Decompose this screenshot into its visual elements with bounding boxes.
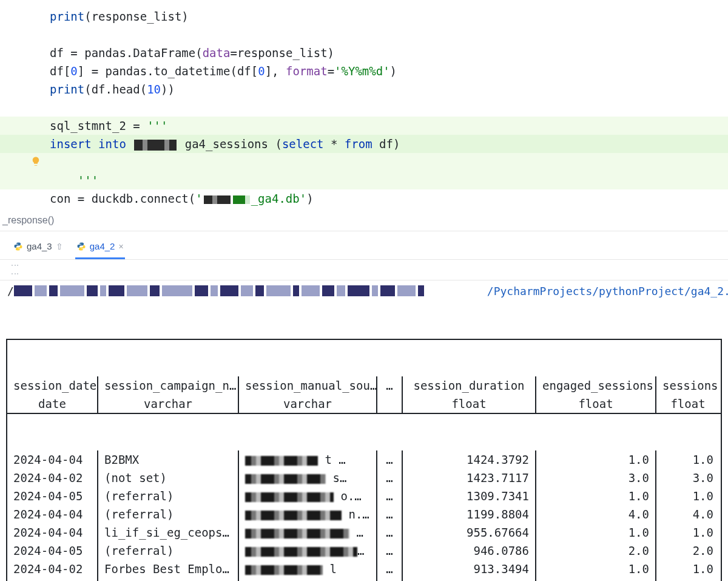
cell-duration: 1309.7341 — [403, 487, 536, 505]
code-text: ], — [265, 64, 286, 78]
table-header-row: session_datedate session_campaign_n…varc… — [7, 376, 721, 414]
cell-campaign: li_if_si_eg_ceops_… — [98, 523, 239, 542]
cell-engaged: 2.0 — [536, 542, 656, 560]
cell-duration: 955.67664 — [403, 523, 536, 542]
cell-source: s… — [239, 469, 377, 487]
cell-source: … — [239, 523, 377, 542]
cell-source: n.… — [239, 542, 377, 560]
code-text: ) — [306, 192, 313, 205]
console-output[interactable]: session_datedate session_campaign_n…varc… — [0, 301, 728, 581]
cell-source: o.… — [239, 487, 377, 505]
redacted-text — [245, 474, 326, 484]
code-text: df) — [372, 137, 400, 151]
string-literal: '%Y%m%d' — [334, 64, 390, 78]
python-icon — [76, 242, 86, 251]
python-icon — [13, 242, 23, 251]
run-tabs: ga4_3 ⇧ ga4_2 × — [0, 231, 728, 260]
pin-icon[interactable]: ⇧ — [56, 242, 63, 251]
cell-campaign: (referral) — [98, 505, 239, 523]
code-text: = — [328, 64, 334, 78]
cell-date: 2024-04-03 — [7, 578, 98, 581]
code-text: ] = pandas.to_datetime(df[ — [78, 64, 258, 78]
builtin-print: print — [50, 10, 84, 23]
table-row: 2024-04-04B2BMX t ……1424.37921.01.0 — [7, 450, 721, 469]
cell-ellipsis: … — [377, 523, 403, 542]
col-session-campaign: session_campaign_n…varchar — [98, 376, 239, 413]
sql-keyword: from — [345, 137, 372, 151]
cell-sessions: 1.0 — [656, 487, 720, 505]
cell-campaign: (referral) — [98, 542, 239, 560]
cell-engaged: 1.0 — [536, 578, 656, 581]
code-text: )) — [161, 83, 175, 96]
cell-date: 2024-04-04 — [7, 505, 98, 523]
run-toolbar: ⋮⋮ — [0, 260, 728, 280]
close-icon[interactable]: × — [118, 242, 123, 251]
cell-date: 2024-04-04 — [7, 523, 98, 542]
code-text: sql_stmnt_2 = — [50, 119, 147, 132]
code-text: con = duckdb.connect( — [50, 192, 195, 205]
cell-sessions: 1.0 — [656, 523, 720, 542]
code-line-sql[interactable]: insert into ga4_sessions (select * from … — [0, 135, 728, 153]
cell-duration: 1423.7117 — [403, 469, 536, 487]
redacted-text — [204, 195, 231, 204]
breadcrumb: _response() — [0, 212, 728, 231]
code-blank-line[interactable] — [0, 98, 728, 117]
cell-date: 2024-04-05 — [7, 542, 98, 560]
number-literal: 0 — [258, 64, 265, 78]
code-text: df = pandas.DataFrame( — [50, 46, 203, 59]
redacted-path — [14, 284, 487, 297]
number-literal: 10 — [147, 83, 161, 96]
code-line[interactable]: print(df.head(10)) — [0, 80, 728, 98]
table-row: 2024-04-03(referral) n.……910.46621.01.0 — [7, 578, 721, 581]
kwarg: data — [203, 46, 231, 59]
code-line[interactable]: con = duckdb.connect('_ga4.db') — [0, 189, 728, 208]
kwarg: format — [286, 64, 328, 78]
table-row: 2024-04-05(referral) n.……946.07862.02.0 — [7, 542, 721, 560]
cell-ellipsis: … — [377, 505, 403, 523]
cell-duration: 1199.8804 — [403, 505, 536, 523]
code-text: ) — [390, 64, 397, 78]
code-line[interactable]: sql_stmnt_2 = ''' — [0, 117, 728, 135]
cell-engaged: 1.0 — [536, 560, 656, 578]
redacted-text — [134, 140, 177, 151]
tab-label: ga4_3 — [27, 241, 52, 251]
redacted-text — [245, 511, 342, 520]
redacted-text — [245, 456, 318, 466]
code-editor[interactable]: print(response_list) df = pandas.DataFra… — [0, 0, 728, 212]
cell-ellipsis: … — [377, 487, 403, 505]
cell-campaign: (referral) — [98, 487, 239, 505]
cell-engaged: 3.0 — [536, 469, 656, 487]
code-line[interactable]: df = pandas.DataFrame(data=response_list… — [0, 44, 728, 62]
code-text: ga4_sessions ( — [178, 137, 282, 151]
cell-duration: 946.0786 — [403, 542, 536, 560]
number-literal: 0 — [70, 64, 77, 78]
code-line[interactable]: df[0] = pandas.to_datetime(df[0], format… — [0, 62, 728, 80]
tab-ga4-3[interactable]: ga4_3 ⇧ — [12, 237, 64, 259]
cell-duration: 913.3494 — [403, 560, 536, 578]
cell-campaign: (referral) — [98, 578, 239, 581]
cell-campaign: Forbes Best Employer — [98, 560, 239, 578]
drag-handle-icon[interactable]: ⋮⋮ — [11, 262, 19, 279]
cell-engaged: 1.0 — [536, 523, 656, 542]
cell-date: 2024-04-02 — [7, 560, 98, 578]
redacted-text — [245, 547, 357, 557]
builtin-print: print — [50, 83, 84, 96]
col-session-date: session_datedate — [7, 376, 98, 413]
lightbulb-icon[interactable] — [30, 156, 41, 167]
path-text: /PycharmProjects/pythonProject/ga4_2.py — [487, 285, 728, 297]
table-row: 2024-04-05(referral) o.……1309.73411.01.0 — [7, 487, 721, 505]
cell-campaign: (not set) — [98, 469, 239, 487]
col-session-manual-source: session_manual_sou…varchar — [239, 376, 377, 413]
table-row: 2024-04-02(not set) s……1423.71173.03.0 — [7, 469, 721, 487]
cell-source: l — [239, 560, 377, 578]
cell-sessions: 2.0 — [656, 542, 720, 560]
code-blank-line[interactable] — [0, 25, 728, 44]
cell-engaged: 1.0 — [536, 487, 656, 505]
cell-source: n.… — [239, 578, 377, 581]
code-line[interactable]: print(response_list) — [0, 7, 728, 25]
redacted-text — [245, 492, 334, 502]
code-line[interactable]: ''' — [0, 153, 728, 189]
tab-ga4-2[interactable]: ga4_2 × — [75, 237, 125, 259]
cell-engaged: 4.0 — [536, 505, 656, 523]
col-engaged-sessions: engaged_sessionsfloat — [536, 376, 656, 413]
